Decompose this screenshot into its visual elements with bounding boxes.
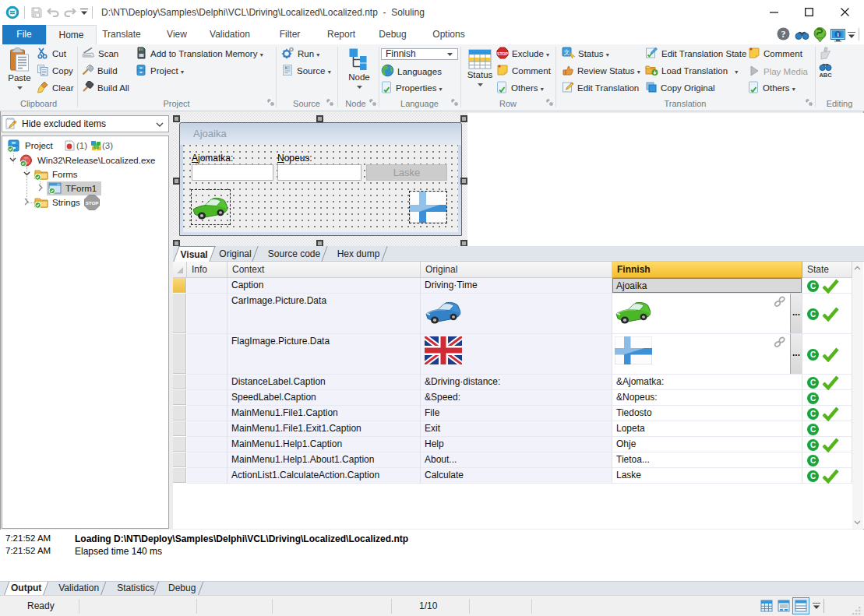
svg-text:ABC: ABC [819, 72, 832, 79]
svg-text:STOP: STOP [497, 51, 509, 56]
svg-text:STOP: STOP [86, 200, 99, 206]
svg-text:i: i [837, 31, 838, 38]
svg-text:文: 文 [564, 49, 570, 56]
svg-text:?: ? [781, 29, 786, 40]
